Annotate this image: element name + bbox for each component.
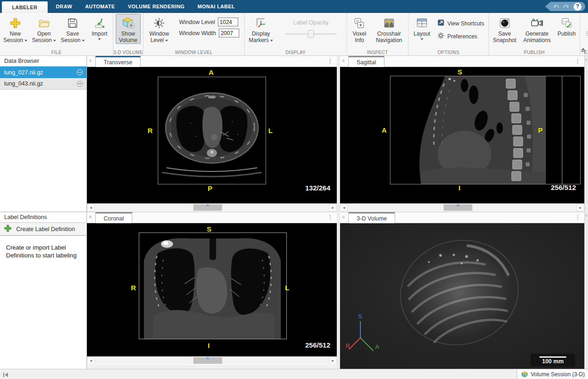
create-label-definition-button[interactable]: Create Label Definition: [0, 223, 87, 236]
new-session-dropdown-icon[interactable]: [25, 40, 27, 42]
coronal-header: ≡ Coronal ⋮: [87, 212, 337, 223]
new-session-label: New Session: [3, 31, 23, 43]
collapse-ribbon-icon[interactable]: [580, 46, 586, 55]
sagittal-tab[interactable]: Sagittal: [348, 56, 384, 67]
tab-draw[interactable]: DRAW: [50, 0, 79, 13]
viewport-grid: ≡ Transverse ⋮: [87, 56, 588, 369]
collapse-panel-icon[interactable]: [2, 371, 9, 379]
tab-volume-rendering[interactable]: VOLUME RENDERING: [121, 0, 191, 13]
scroll-right-icon[interactable]: ▸: [329, 357, 337, 364]
ct-slice-coronal[interactable]: [139, 232, 287, 339]
strip-handle-icon[interactable]: ≡: [585, 58, 588, 62]
sagittal-menu-icon[interactable]: ⋮: [575, 57, 581, 64]
window-level-button[interactable]: Window Level: [146, 14, 173, 44]
label-definitions-title: Label Definitions: [0, 212, 87, 223]
label-definitions-empty-text: Create or import Label Definitions to st…: [6, 244, 80, 259]
open-session-button[interactable]: Open Session: [31, 14, 57, 44]
save-session-button[interactable]: Save Session: [60, 14, 86, 44]
ct-slice-sagittal[interactable]: [390, 76, 581, 184]
redo-icon[interactable]: [563, 3, 570, 10]
viewport-3d-volume: ≡ 3-D Volume ⋮: [340, 212, 584, 369]
display-section-label: DISPLAY: [245, 50, 347, 55]
drag-handle-icon[interactable]: ≡: [89, 58, 92, 63]
strip-handle-icon[interactable]: ≡: [585, 214, 588, 218]
status-bar: Volume Session (3-D): [0, 369, 588, 379]
export-button[interactable]: Export: [582, 14, 588, 41]
ribbon-group-file: New Session Open Session Save Session Im…: [0, 13, 113, 55]
layout-dropdown-icon[interactable]: [421, 38, 423, 40]
transverse-tab[interactable]: Transverse: [95, 56, 141, 67]
label-opacity-slider[interactable]: [285, 30, 337, 38]
undo-icon[interactable]: [552, 3, 559, 10]
ribbon: New Session Open Session Save Session Im…: [0, 13, 588, 56]
voxel-info-button[interactable]: Voxel Info: [349, 14, 370, 44]
window-level-input[interactable]: [218, 18, 238, 26]
save-session-dropdown-icon[interactable]: [82, 40, 85, 42]
scrollbar-track[interactable]: [95, 204, 329, 211]
display-markers-dropdown-icon[interactable]: [270, 40, 273, 42]
preferences-gear-icon: [437, 31, 445, 41]
preferences-label: Preferences: [447, 33, 477, 40]
ct-slice-transverse[interactable]: [158, 77, 266, 184]
drag-handle-icon[interactable]: ≡: [89, 214, 92, 220]
axis-anterior-label: A: [375, 343, 379, 350]
save-snapshot-button[interactable]: Save Snapshot: [491, 14, 518, 44]
help-icon[interactable]: ?: [574, 3, 582, 11]
ribbon-group-publish: Save Snapshot Generate Animations Publis…: [489, 13, 580, 55]
session-indicator: Volume Session (3-D): [517, 369, 588, 379]
coronal-tab[interactable]: Coronal: [95, 212, 132, 223]
volume-tab[interactable]: 3-D Volume: [348, 212, 395, 223]
publish-section-label: PUBLISH: [489, 50, 580, 55]
window-level-section-label: WINDOW LEVEL: [143, 50, 244, 55]
open-session-dropdown-icon[interactable]: [53, 40, 56, 42]
layout-button[interactable]: Layout: [411, 14, 433, 41]
drag-handle-icon[interactable]: ≡: [342, 214, 345, 220]
transverse-canvas[interactable]: A R L P 132/264: [87, 67, 337, 203]
publish-button[interactable]: Publish: [556, 14, 577, 37]
data-browser-item-lung-043[interactable]: lung_043.nii.gz: [0, 78, 87, 90]
window-width-input[interactable]: [219, 29, 239, 37]
display-markers-button[interactable]: Display Markers: [247, 14, 275, 44]
volume-canvas[interactable]: S R A 100 mm: [340, 223, 584, 369]
import-label: Import: [92, 31, 107, 37]
import-dropdown-icon[interactable]: [98, 38, 101, 40]
sagittal-canvas[interactable]: S A P I 256/512: [340, 67, 584, 203]
show-volume-toggle[interactable]: Show Volume: [116, 14, 141, 44]
create-label-definition-label: Create Label Definition: [16, 226, 75, 232]
crosshair-navigation-button[interactable]: Crosshair Navigation: [372, 14, 406, 44]
scroll-right-icon[interactable]: ▸: [329, 204, 337, 211]
orientation-right: R: [131, 284, 136, 292]
preferences-button[interactable]: Preferences: [437, 31, 484, 41]
data-browser-item-lung-027[interactable]: lung_027.nii.gz: [0, 67, 87, 78]
coronal-menu-icon[interactable]: ⋮: [327, 214, 333, 220]
tab-monai-label[interactable]: MONAI LABEL: [191, 0, 241, 13]
remove-volume-icon[interactable]: [77, 69, 83, 75]
viewport-coronal: ≡ Coronal ⋮: [87, 212, 337, 369]
generate-animations-button[interactable]: Generate Animations: [521, 14, 553, 44]
slider-thumb[interactable]: [308, 30, 314, 38]
coronal-canvas[interactable]: S R L I 256/512: [87, 223, 337, 356]
new-session-button[interactable]: New Session: [2, 14, 28, 44]
scroll-right-icon[interactable]: ▸: [576, 204, 584, 211]
volume-menu-icon[interactable]: ⋮: [575, 214, 581, 220]
voxel-info-label: Voxel Info: [350, 31, 369, 43]
scroll-left-icon[interactable]: ◂: [340, 204, 348, 211]
scrollbar-track[interactable]: [95, 357, 329, 364]
window-level-dropdown-icon[interactable]: [165, 40, 168, 42]
drag-handle-icon[interactable]: ≡: [342, 58, 345, 63]
transverse-menu-icon[interactable]: ⋮: [327, 57, 333, 64]
remove-volume-icon[interactable]: [77, 81, 83, 87]
scroll-left-icon[interactable]: ◂: [87, 357, 95, 364]
import-button[interactable]: Import: [88, 14, 111, 41]
orientation-posterior: P: [208, 184, 212, 192]
view-shortcuts-label: View Shortcuts: [447, 20, 484, 27]
tab-automate[interactable]: AUTOMATE: [79, 0, 122, 13]
scrollbar-track[interactable]: [348, 204, 576, 211]
scroll-left-icon[interactable]: ◂: [87, 204, 95, 211]
coronal-slice-scrollbar: ◂ ▸: [87, 356, 337, 364]
view-shortcuts-button[interactable]: View Shortcuts: [437, 18, 484, 28]
tab-labeler[interactable]: LABELER: [2, 1, 48, 13]
save-session-label: Save Session: [61, 31, 80, 43]
orientation-superior: S: [207, 225, 211, 233]
collapsed-panel-strip[interactable]: ≡ ≡: [584, 56, 588, 369]
